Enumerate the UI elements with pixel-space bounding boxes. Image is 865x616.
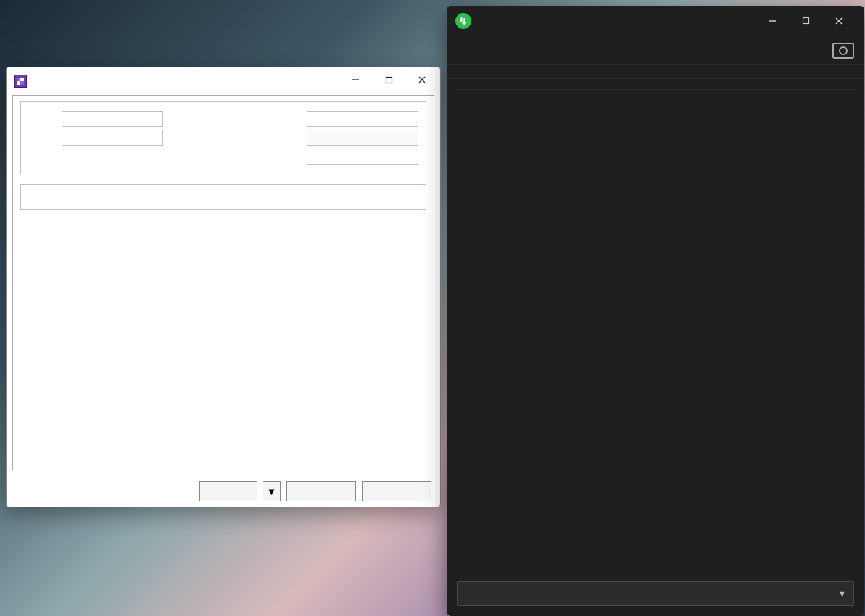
zentimings-window: ↯ ▼ (447, 6, 864, 616)
dcmode-value (307, 130, 418, 146)
channel-value (307, 111, 418, 127)
chevron-down-icon: ▼ (838, 589, 846, 598)
general-fieldset (20, 101, 426, 175)
zt-menubar (447, 36, 864, 65)
maximize-button[interactable] (372, 69, 405, 91)
cpuz-body (12, 95, 434, 470)
tools-button[interactable] (199, 481, 257, 501)
minimize-button[interactable] (339, 69, 372, 91)
zt-close-button[interactable] (822, 9, 856, 33)
timings-fieldset (20, 184, 426, 210)
zt-system-info (447, 65, 864, 79)
zt-grid (447, 79, 864, 575)
cpuz-footer: ▼ (7, 476, 440, 507)
type-value (62, 111, 163, 127)
svg-rect-1 (386, 77, 392, 83)
tools-dropdown-arrow[interactable]: ▼ (263, 481, 281, 501)
cpuz-titlebar[interactable] (7, 67, 440, 95)
zt-maximize-button[interactable] (789, 9, 822, 33)
cpuz-app-icon (14, 75, 27, 88)
close-button[interactable] (362, 481, 431, 501)
zt-minimize-button[interactable] (756, 9, 789, 33)
screenshot-icon[interactable] (832, 43, 854, 59)
svg-rect-5 (803, 18, 808, 24)
uncore-value (307, 149, 418, 165)
zt-app-icon: ↯ (455, 13, 471, 29)
zt-titlebar[interactable]: ↯ (447, 6, 864, 36)
close-window-button[interactable] (405, 69, 439, 91)
size-value (62, 130, 163, 146)
dimm-slot-dropdown[interactable]: ▼ (457, 581, 854, 606)
validate-button[interactable] (286, 481, 356, 501)
cpuz-window: ▼ (6, 67, 441, 507)
